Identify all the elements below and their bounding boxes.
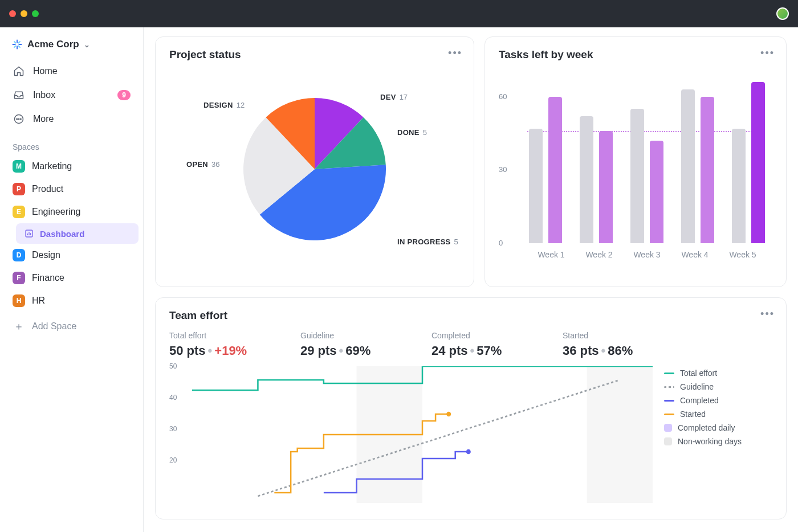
stat-block: Started36 pts•86% (563, 331, 694, 358)
card-team-effort: Team effort ••• Total effort50 pts•+19%G… (155, 297, 787, 519)
sidebar-dashboard[interactable]: Dashboard (16, 223, 139, 244)
stat-value: 50 pts•+19% (169, 343, 289, 358)
add-space-label: Add Space (32, 321, 76, 332)
pie-label: DONE5 (397, 128, 427, 137)
space-avatar-icon: D (13, 249, 25, 261)
legend-item: Started (664, 410, 772, 419)
more-icon (13, 113, 25, 125)
card-menu-button[interactable]: ••• (760, 308, 775, 320)
stat-label: Total effort (169, 331, 289, 340)
pie-label: OPEN36 (186, 160, 220, 169)
stat-value: 29 pts•69% (300, 343, 420, 358)
y-tick: 30 (169, 425, 177, 433)
sidebar-space-finance[interactable]: FFinance (5, 267, 139, 289)
team-effort-linechart (192, 366, 653, 503)
close-window-icon[interactable] (9, 10, 16, 17)
nav-home[interactable]: Home (5, 59, 139, 83)
bar-group (527, 97, 563, 243)
y-tick: 0 (499, 239, 503, 247)
legend-label: Completed daily (678, 423, 735, 432)
inbox-icon (13, 89, 25, 101)
home-icon (13, 65, 25, 77)
workspace-switcher[interactable]: Acme Corp ⌄ (5, 34, 139, 55)
y-tick: 60 (499, 92, 507, 101)
window-controls[interactable] (9, 10, 39, 17)
x-label: Week 1 (538, 250, 564, 259)
bar (529, 129, 543, 243)
dashboard-label: Dashboard (40, 229, 84, 239)
stat-label: Guideline (300, 331, 420, 340)
nav-inbox-label: Inbox (33, 90, 55, 100)
bar (548, 97, 562, 243)
legend-item: Total effort (664, 369, 772, 378)
space-label: Product (32, 184, 63, 194)
space-label: Marketing (32, 161, 72, 171)
sidebar: Acme Corp ⌄ Home Inbox 9 More Spaces MMa… (0, 27, 144, 532)
bar (701, 97, 714, 243)
titlebar (0, 0, 798, 27)
nav-more-label: More (33, 114, 54, 124)
svg-rect-14 (587, 366, 653, 503)
maximize-window-icon[interactable] (32, 10, 39, 17)
legend-label: Started (680, 410, 706, 419)
sidebar-space-product[interactable]: PProduct (5, 178, 139, 200)
sidebar-space-engineering[interactable]: EEngineering (5, 200, 139, 223)
legend-label: Guideline (680, 382, 714, 391)
legend-label: Total effort (680, 369, 717, 378)
legend-item: Non-working days (664, 437, 772, 446)
card-tasks-left: Tasks left by week ••• 03060Week 1Week 2… (484, 36, 787, 287)
bar (650, 141, 663, 243)
bar (599, 131, 613, 243)
card-title: Project status (169, 48, 460, 61)
space-avatar-icon: E (13, 206, 25, 218)
space-label: Finance (32, 273, 64, 283)
card-project-status: Project status ••• DESIGN12DEV17DONE5IN … (155, 36, 474, 287)
bar-group (680, 89, 716, 243)
card-title: Team effort (169, 309, 772, 322)
x-label: Week 4 (681, 250, 708, 259)
nav-home-label: Home (33, 66, 58, 76)
stat-block: Total effort50 pts•+19% (169, 331, 300, 358)
stat-label: Completed (431, 331, 551, 340)
add-space-button[interactable]: ＋ Add Space (5, 314, 139, 338)
avatar[interactable] (776, 7, 789, 20)
pie-label: DESIGN12 (203, 101, 245, 109)
svg-line-5 (19, 46, 21, 48)
card-menu-button[interactable]: ••• (760, 47, 775, 59)
nav-inbox[interactable]: Inbox 9 (5, 83, 139, 107)
svg-line-6 (19, 42, 21, 43)
space-avatar-icon: F (13, 272, 25, 284)
minimize-window-icon[interactable] (21, 10, 27, 17)
bar (751, 82, 765, 243)
sidebar-space-design[interactable]: DDesign (5, 244, 139, 267)
svg-point-10 (18, 118, 19, 120)
stat-block: Completed24 pts•57% (431, 331, 563, 358)
workspace-logo-icon (11, 39, 23, 50)
y-tick: 20 (169, 456, 177, 464)
inbox-badge: 9 (117, 90, 131, 100)
y-tick: 50 (169, 362, 177, 370)
sidebar-space-marketing[interactable]: MMarketing (5, 155, 139, 178)
bar (681, 89, 695, 243)
stat-block: Guideline29 pts•69% (300, 331, 431, 358)
card-menu-button[interactable]: ••• (448, 47, 462, 59)
pie-label: IN PROGRESS5 (397, 238, 458, 246)
chevron-down-icon: ⌄ (84, 40, 90, 49)
nav-more[interactable]: More (5, 107, 139, 131)
y-tick: 40 (169, 394, 177, 402)
y-tick: 30 (499, 165, 507, 174)
legend-label: Completed (680, 396, 719, 405)
sidebar-space-hr[interactable]: HHR (5, 289, 139, 312)
stat-value: 24 pts•57% (431, 343, 551, 358)
bar (732, 129, 746, 243)
workspace-name: Acme Corp (27, 39, 79, 50)
stat-value: 36 pts•86% (563, 343, 682, 358)
pie-label: DEV17 (380, 93, 408, 101)
space-label: Design (32, 250, 60, 260)
x-label: Week 3 (633, 250, 660, 259)
bar-group (731, 82, 767, 243)
dashboard-icon (24, 228, 34, 239)
space-avatar-icon: M (13, 160, 25, 173)
svg-point-15 (466, 449, 471, 455)
svg-point-16 (446, 412, 451, 417)
